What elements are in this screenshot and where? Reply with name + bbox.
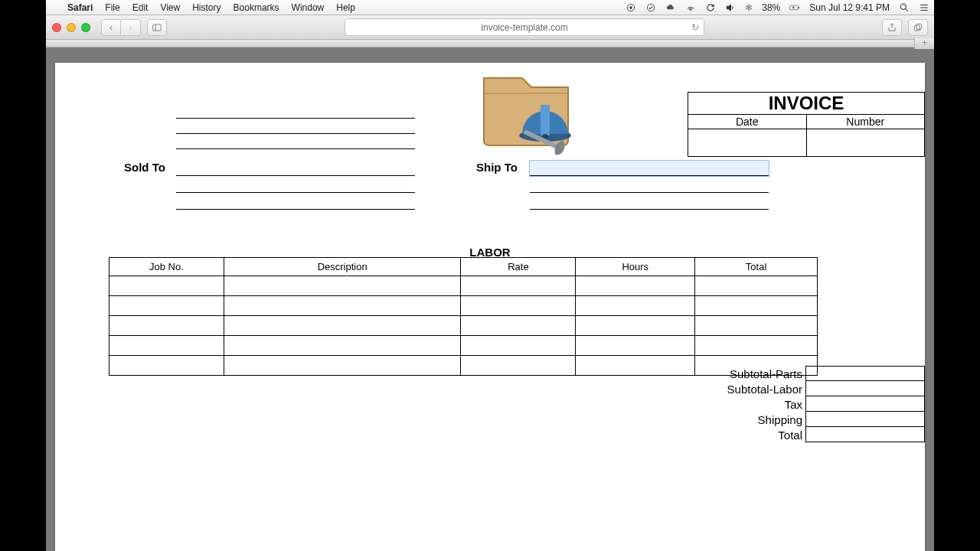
labor-row: [109, 296, 818, 316]
menu-view[interactable]: View: [154, 2, 186, 13]
labor-cell-hours[interactable]: [576, 296, 695, 316]
invoice-number-header: Number: [807, 115, 925, 129]
labor-col-rate: Rate: [461, 258, 576, 276]
share-button[interactable]: [882, 19, 902, 36]
subtotal-labor-label: Subtotal-Labor: [727, 383, 805, 396]
total-cell[interactable]: [805, 427, 925, 442]
safari-window: ‹ › invoice-template.com ↻ +: [46, 15, 934, 551]
total-label: Total: [778, 429, 805, 442]
labor-cell-rate[interactable]: [461, 296, 576, 316]
menubar-clock[interactable]: Sun Jul 12 9:41 PM: [805, 2, 894, 13]
bluetooth-icon[interactable]: ✱: [740, 2, 757, 13]
labor-cell-job[interactable]: [109, 336, 224, 356]
labor-cell-desc[interactable]: [224, 356, 461, 376]
ship-to-line-1[interactable]: [530, 161, 769, 176]
labor-cell-rate[interactable]: [461, 276, 576, 296]
sidebar-toggle-button[interactable]: [147, 19, 167, 36]
labor-cell-job[interactable]: [109, 276, 224, 296]
labor-cell-total[interactable]: [695, 276, 818, 296]
sold-to-line-3[interactable]: [176, 194, 415, 210]
back-button[interactable]: ‹: [101, 19, 121, 36]
labor-col-hours: Hours: [576, 258, 695, 276]
invoice-date-cell[interactable]: [688, 129, 807, 156]
address-bar-url: invoice-template.com: [481, 22, 567, 33]
window-controls: [52, 23, 95, 32]
macos-menubar: Safari File Edit View History Bookmarks …: [46, 0, 934, 15]
sold-to-line-2[interactable]: [176, 178, 415, 193]
invoice-number-cell[interactable]: [807, 129, 925, 156]
battery-percent: 38%: [757, 2, 785, 13]
nav-buttons: ‹ ›: [101, 19, 141, 36]
labor-cell-hours[interactable]: [576, 356, 695, 376]
ship-to-label: Ship To: [476, 161, 518, 174]
zoom-window-button[interactable]: [81, 23, 90, 32]
shipping-label: Shipping: [758, 413, 805, 426]
labor-cell-desc[interactable]: [224, 276, 461, 296]
forward-button[interactable]: ›: [121, 19, 141, 36]
labor-cell-job[interactable]: [109, 316, 224, 336]
labor-cell-total[interactable]: [695, 336, 818, 356]
tax-label: Tax: [785, 398, 805, 411]
menu-file[interactable]: File: [99, 2, 126, 13]
notification-center-icon[interactable]: [914, 2, 934, 13]
spotlight-icon[interactable]: [894, 2, 914, 13]
labor-row: [109, 356, 818, 376]
labor-cell-job[interactable]: [109, 296, 224, 316]
timemachine-icon[interactable]: [701, 2, 720, 13]
menu-help[interactable]: Help: [330, 2, 361, 13]
address-bar[interactable]: invoice-template.com ↻: [345, 18, 704, 36]
svg-point-1: [629, 6, 632, 9]
minimize-window-button[interactable]: [67, 23, 76, 32]
close-window-button[interactable]: [52, 23, 61, 32]
labor-row: [109, 276, 818, 296]
svg-point-5: [900, 4, 906, 9]
labor-row: [109, 336, 818, 356]
svg-rect-4: [799, 6, 799, 8]
battery-icon[interactable]: [785, 2, 805, 13]
company-block: [176, 105, 415, 149]
safari-toolbar: ‹ › invoice-template.com ↻: [46, 15, 934, 40]
subtotal-labor-cell[interactable]: [805, 381, 925, 396]
invoice-title: INVOICE: [688, 93, 924, 115]
labor-cell-hours[interactable]: [576, 336, 695, 356]
menubar-status-area: ✱ 38% Sun Jul 12 9:41 PM: [621, 2, 934, 13]
svg-rect-9: [916, 24, 922, 29]
wifi-icon[interactable]: [681, 2, 701, 13]
subtotal-parts-cell[interactable]: [805, 366, 925, 381]
sold-to-block: Sold To: [176, 161, 415, 210]
menu-bookmarks[interactable]: Bookmarks: [227, 2, 286, 13]
labor-cell-job[interactable]: [109, 356, 224, 376]
labor-cell-rate[interactable]: [461, 336, 576, 356]
cloud-sync-icon[interactable]: [661, 2, 681, 13]
labor-col-desc: Description: [224, 258, 461, 276]
company-line-2[interactable]: [176, 120, 415, 134]
record-indicator-icon[interactable]: [621, 2, 641, 13]
labor-cell-hours[interactable]: [576, 316, 695, 336]
labor-cell-hours[interactable]: [576, 276, 695, 296]
menu-edit[interactable]: Edit: [126, 2, 155, 13]
labor-cell-rate[interactable]: [461, 356, 576, 376]
menu-window[interactable]: Window: [286, 2, 331, 13]
sold-to-line-1[interactable]: [176, 161, 415, 176]
reload-icon[interactable]: ↻: [691, 22, 699, 33]
labor-cell-rate[interactable]: [461, 316, 576, 336]
shipping-cell[interactable]: [805, 412, 925, 427]
labor-cell-desc[interactable]: [224, 296, 461, 316]
invoice-date-header: Date: [688, 115, 807, 129]
ship-to-line-2[interactable]: [530, 178, 769, 193]
tax-cell[interactable]: [805, 396, 925, 412]
ship-to-line-3[interactable]: [530, 194, 769, 210]
volume-icon[interactable]: [720, 2, 740, 13]
menu-history[interactable]: History: [186, 2, 227, 13]
labor-cell-desc[interactable]: [224, 316, 461, 336]
labor-table: Job No. Description Rate Hours Total: [109, 257, 818, 376]
labor-cell-desc[interactable]: [224, 336, 461, 356]
show-tabs-button[interactable]: [908, 19, 928, 36]
labor-cell-total[interactable]: [695, 296, 818, 316]
company-line-3[interactable]: [176, 135, 415, 149]
company-line-1[interactable]: [176, 105, 415, 119]
labor-row: [109, 316, 818, 336]
clock-checkmark-icon[interactable]: [641, 2, 661, 13]
labor-cell-total[interactable]: [695, 316, 818, 336]
menu-app[interactable]: Safari: [61, 2, 99, 13]
